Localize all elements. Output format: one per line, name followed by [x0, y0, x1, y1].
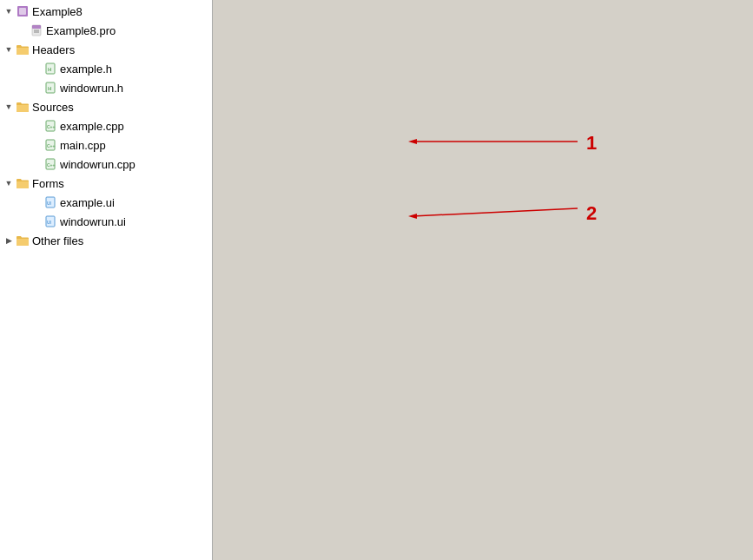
tree-folder-forms[interactable]: ▼ Forms — [0, 174, 212, 193]
svg-rect-3 — [32, 25, 41, 29]
example-cpp-label: example.cpp — [60, 120, 124, 133]
svg-text:C++: C++ — [47, 162, 56, 168]
headers-label: Headers — [32, 43, 75, 56]
svg-text:UI: UI — [47, 220, 52, 225]
root-label: Example8 — [32, 5, 83, 18]
svg-text:1: 1 — [586, 132, 597, 154]
spacer-wh — [30, 81, 43, 95]
svg-text:H: H — [48, 86, 51, 91]
svg-marker-21 — [408, 139, 417, 144]
tree-item-example-ui[interactable]: UI example.ui — [0, 193, 212, 212]
tree-item-main-cpp[interactable]: C++ main.cpp — [0, 135, 212, 155]
main-content-area: 1 2 — [213, 0, 753, 560]
folder-headers-icon — [16, 43, 30, 56]
spacer-wcpp — [30, 157, 43, 171]
expand-arrow-root: ▼ — [2, 4, 16, 18]
tree-item-example-cpp[interactable]: C++ example.cpp — [0, 116, 212, 135]
pro-file-icon — [30, 23, 43, 37]
svg-text:C++: C++ — [47, 143, 56, 148]
tree-root-example8[interactable]: ▼ Example8 — [0, 2, 212, 21]
folder-sources-icon — [16, 100, 30, 114]
windowrun-ui-label: windowrun.ui — [60, 215, 126, 228]
project-icon — [16, 4, 30, 18]
svg-text:H: H — [48, 67, 51, 72]
tree-item-windowrun-cpp[interactable]: C++ windowrun.cpp — [0, 155, 212, 174]
cpp-file-icon2: C++ — [43, 138, 57, 152]
expand-arrow-sources: ▼ — [2, 100, 16, 114]
header-file-icon2: H — [43, 81, 57, 95]
tree-folder-headers[interactable]: ▼ Headers — [0, 40, 212, 59]
expand-arrow-headers: ▼ — [2, 43, 16, 56]
forms-label: Forms — [32, 177, 64, 190]
main-cpp-label: main.cpp — [60, 139, 106, 152]
tree-item-windowrun-ui[interactable]: UI windowrun.ui — [0, 212, 212, 231]
spacer-eui — [30, 195, 43, 209]
spacer-ecpp — [30, 119, 43, 133]
example-ui-label: example.ui — [60, 196, 115, 209]
svg-line-23 — [413, 208, 578, 216]
spacer-h — [30, 62, 43, 76]
tree-item-pro[interactable]: Example8.pro — [0, 21, 212, 40]
cpp-file-icon1: C++ — [43, 119, 57, 133]
svg-rect-1 — [19, 8, 26, 15]
tree-folder-other[interactable]: ▶ Other files — [0, 231, 212, 250]
spacer-wui — [30, 214, 43, 228]
folder-forms-icon — [16, 176, 30, 190]
pro-file-label: Example8.pro — [46, 24, 116, 37]
ui-file-icon2: UI — [43, 214, 57, 228]
annotation-svg: 1 2 — [213, 0, 753, 560]
other-files-label: Other files — [32, 234, 83, 247]
header-file-icon: H — [43, 62, 57, 76]
windowrun-cpp-label: windowrun.cpp — [60, 158, 135, 171]
svg-text:UI: UI — [47, 201, 52, 206]
tree-item-windowrun-h[interactable]: H windowrun.h — [0, 78, 212, 97]
ui-file-icon1: UI — [43, 195, 57, 209]
expand-arrow-other: ▶ — [2, 234, 16, 247]
spacer-mcpp — [30, 138, 43, 152]
svg-text:2: 2 — [586, 202, 597, 224]
folder-other-icon — [16, 234, 30, 247]
example-h-label: example.h — [60, 63, 112, 76]
windowrun-h-label: windowrun.h — [60, 82, 123, 95]
sources-label: Sources — [32, 101, 74, 114]
svg-text:C++: C++ — [47, 124, 56, 129]
tree-folder-sources[interactable]: ▼ Sources — [0, 97, 212, 116]
cpp-file-icon3: C++ — [43, 157, 57, 171]
spacer-arrow — [16, 23, 30, 37]
tree-item-example-h[interactable]: H example.h — [0, 59, 212, 78]
project-tree: ▼ Example8 Example8.pro ▼ — [0, 0, 213, 560]
expand-arrow-forms: ▼ — [2, 176, 16, 190]
svg-marker-24 — [408, 214, 417, 219]
